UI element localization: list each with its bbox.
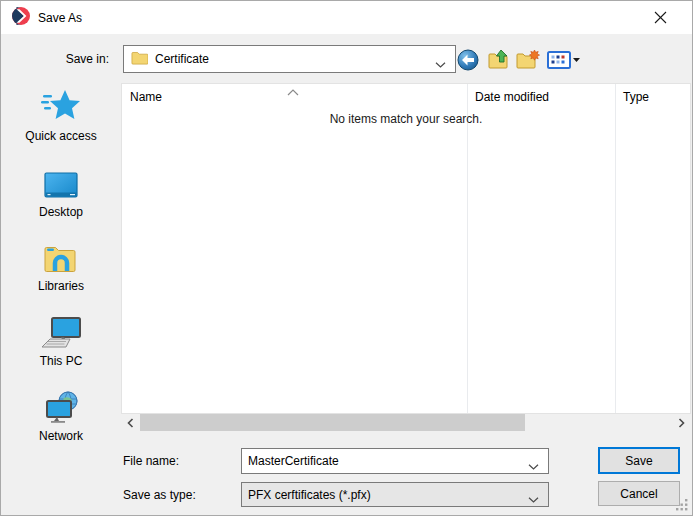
sidebar-item-label: Desktop — [11, 205, 111, 219]
chevron-down-icon — [435, 57, 446, 71]
desktop-icon — [11, 161, 111, 201]
up-one-level-icon[interactable] — [485, 47, 511, 73]
this-pc-icon — [11, 310, 111, 350]
scroll-left-icon[interactable] — [122, 414, 139, 431]
network-icon — [11, 385, 111, 425]
resize-grip[interactable] — [675, 498, 689, 512]
empty-list-message: No items match your search. — [122, 112, 690, 126]
sidebar-item-this-pc[interactable]: This PC — [11, 310, 111, 368]
save-as-type-value: PFX cerftificates (*.pfx) — [248, 488, 371, 502]
file-name-combobox[interactable] — [241, 448, 549, 474]
views-menu-icon[interactable] — [545, 47, 583, 73]
column-header-type[interactable]: Type — [623, 90, 649, 104]
libraries-icon — [11, 235, 111, 275]
save-in-location: Certificate — [155, 52, 209, 66]
save-button[interactable]: Save — [598, 447, 680, 474]
sidebar-item-libraries[interactable]: Libraries — [11, 235, 111, 293]
sidebar-item-desktop[interactable]: Desktop — [11, 161, 111, 219]
quick-access-icon — [11, 85, 111, 125]
cancel-button[interactable]: Cancel — [598, 481, 680, 506]
column-header-date-modified[interactable]: Date modified — [475, 90, 549, 104]
save-as-type-label: Save as type: — [123, 488, 196, 502]
file-list: Name Date modified Type No items match y… — [121, 83, 691, 414]
back-icon[interactable] — [455, 47, 481, 73]
sidebar-item-quick-access[interactable]: Quick access — [11, 85, 111, 143]
window-title: Save As — [38, 11, 82, 25]
close-icon[interactable] — [645, 1, 675, 34]
save-as-type-select[interactable]: PFX cerftificates (*.pfx) — [241, 482, 549, 507]
chevron-down-icon — [528, 492, 539, 506]
file-name-label: File name: — [123, 454, 179, 468]
sidebar-item-label: Network — [11, 429, 111, 443]
app-icon — [12, 7, 30, 28]
save-as-dialog: Save As Save in: Certificate — [0, 0, 693, 516]
sidebar-item-network[interactable]: Network — [11, 385, 111, 443]
file-name-input[interactable] — [242, 449, 522, 473]
save-in-combobox[interactable]: Certificate — [123, 45, 456, 73]
sidebar-item-label: Quick access — [11, 129, 111, 143]
chevron-up-icon — [287, 85, 299, 99]
titlebar: Save As — [1, 1, 692, 34]
column-separator — [467, 84, 468, 413]
save-in-label: Save in: — [29, 52, 109, 66]
scroll-right-icon[interactable] — [673, 414, 690, 431]
scrollbar-thumb[interactable] — [140, 414, 525, 431]
column-header-name[interactable]: Name — [130, 90, 162, 104]
sidebar-item-label: Libraries — [11, 279, 111, 293]
chevron-down-icon — [528, 459, 539, 473]
horizontal-scrollbar[interactable] — [121, 414, 691, 431]
folder-icon — [131, 50, 148, 68]
column-separator — [615, 84, 616, 413]
sidebar-item-label: This PC — [11, 354, 111, 368]
new-folder-icon[interactable] — [515, 47, 541, 73]
